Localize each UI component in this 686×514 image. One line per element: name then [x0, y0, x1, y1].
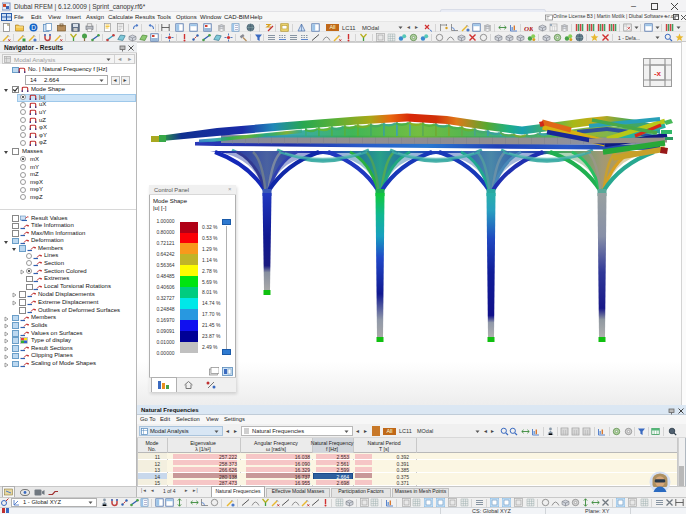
svg-text:D: D: [31, 24, 36, 31]
svg-text:All: All: [329, 25, 335, 31]
svg-text:All: All: [386, 428, 392, 434]
svg-text:OK: OK: [524, 25, 533, 33]
